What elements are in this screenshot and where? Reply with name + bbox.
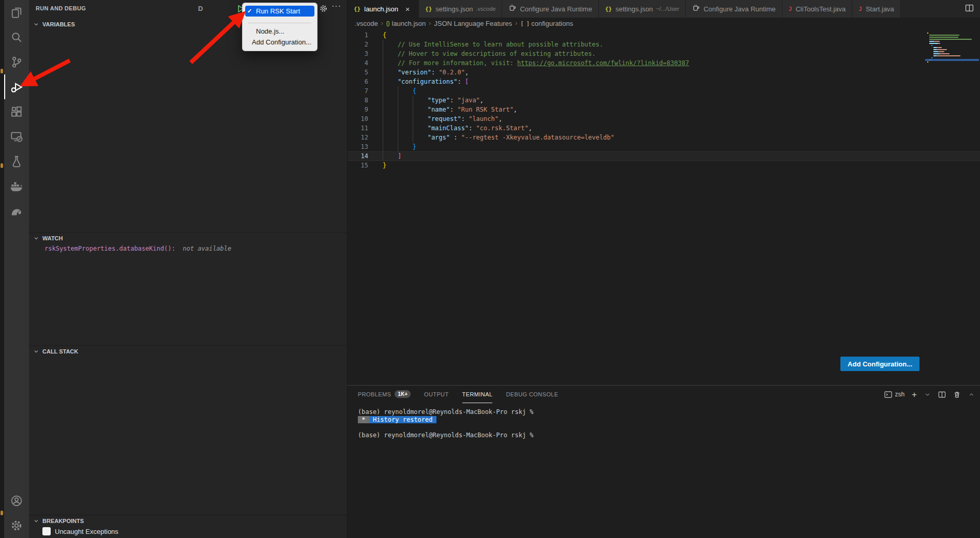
menu-item-node-js[interactable]: Node.js...: [245, 26, 314, 37]
terminal-output[interactable]: (base) reynoldmorel@Reynolds-MacBook-Pro…: [348, 403, 980, 538]
run-and-debug-icon[interactable]: [4, 74, 29, 99]
editor-tab[interactable]: {}settings.json~/.../User: [599, 0, 686, 18]
uncaught-exceptions-checkbox[interactable]: [42, 527, 51, 535]
panel-tab-problems[interactable]: PROBLEMS1K+: [358, 386, 411, 403]
call-stack-section-header[interactable]: CALL STACK: [29, 345, 347, 357]
views-more-actions-icon[interactable]: ···: [331, 2, 341, 11]
panel-tab-debug-console[interactable]: DEBUG CONSOLE: [506, 386, 558, 403]
testing-icon[interactable]: [4, 149, 29, 174]
breakpoint-label: Uncaught Exceptions: [55, 528, 118, 535]
section-label: CALL STACK: [42, 348, 78, 355]
code-line[interactable]: 10"request": "launch",: [348, 114, 980, 124]
editor-tab[interactable]: Configure Java Runtime: [502, 0, 598, 18]
editor-tab[interactable]: Configure Java Runtime: [686, 0, 782, 18]
minimap-token: [939, 43, 940, 44]
code-line[interactable]: 2// Use IntelliSense to learn about poss…: [348, 40, 980, 49]
shell-selector[interactable]: zsh: [884, 391, 904, 398]
editor-tab[interactable]: JStart.java: [852, 0, 901, 18]
breakpoints-section-header[interactable]: BREAKPOINTS: [29, 515, 347, 526]
menu-gap: [243, 17, 317, 21]
source-control-icon[interactable]: [4, 50, 29, 74]
debug-sidebar: RUN AND DEBUG D ··· VARIABLES WATCH rskS…: [29, 0, 348, 538]
code-token: "--regtest -Xkeyvalue.datasource=leveldb…: [461, 134, 614, 141]
split-editor-icon[interactable]: [965, 4, 974, 14]
code-line[interactable]: 12"args" : "--regtest -Xkeyvalue.datasou…: [348, 133, 980, 142]
tab-label: settings.json: [435, 5, 473, 13]
indent-guide: [398, 124, 413, 133]
code-line[interactable]: 1{: [348, 30, 980, 40]
code-line[interactable]: 4// For more information, visit: https:/…: [348, 58, 980, 68]
gradle-icon[interactable]: [4, 198, 29, 223]
add-configuration-button[interactable]: Add Configuration...: [840, 357, 919, 371]
minimap-token: [929, 35, 959, 36]
code-line[interactable]: 6"configurations": [: [348, 77, 980, 86]
indent-guide: [383, 68, 398, 77]
account-icon[interactable]: [4, 488, 29, 513]
code-line[interactable]: 3// Hover to view descriptions of existi…: [348, 49, 980, 58]
java-runtime-icon: [508, 4, 516, 13]
code-line[interactable]: 9"name": "Run RSK Start",: [348, 105, 980, 114]
code-token: :: [457, 78, 464, 85]
code-line[interactable]: 15}: [348, 161, 980, 170]
breadcrumb-item[interactable]: .vscode: [355, 20, 378, 27]
editor-tab[interactable]: JCliToolsTest.java: [782, 0, 852, 18]
code-text: }: [368, 161, 386, 170]
extensions-icon[interactable]: [4, 99, 29, 124]
code-text: }: [368, 142, 416, 151]
java-runtime-icon: [692, 4, 700, 13]
tab-label: Start.java: [866, 5, 894, 13]
panel-tab-terminal[interactable]: TERMINAL: [462, 386, 493, 403]
breadcrumb-item[interactable]: {}launch.json: [386, 20, 426, 27]
chevron-down-icon[interactable]: [924, 391, 931, 398]
docker-icon[interactable]: [4, 174, 29, 198]
code-token: "version": [398, 69, 431, 76]
close-icon[interactable]: ×: [403, 4, 412, 13]
maximize-panel-icon[interactable]: [968, 391, 975, 398]
code-line[interactable]: 11"mainClass": "co.rsk.Start",: [348, 124, 980, 133]
panel-tab-output[interactable]: OUTPUT: [424, 386, 449, 403]
code-line[interactable]: 8"type": "java",: [348, 96, 980, 105]
code-text: // For more information, visit: https://…: [368, 58, 689, 68]
code-token: :: [461, 115, 469, 122]
indent-guide: [413, 133, 428, 142]
search-icon[interactable]: [4, 25, 29, 50]
indent-guide: [383, 49, 398, 58]
code-line[interactable]: 5"version": "0.2.0",: [348, 68, 980, 77]
code-token: ,: [499, 115, 502, 122]
watch-section-header[interactable]: WATCH: [29, 232, 347, 243]
trash-icon[interactable]: [953, 391, 961, 398]
code-editor[interactable]: 1{2// Use IntelliSense to learn about po…: [348, 29, 980, 385]
code-text: // Use IntelliSense to learn about possi…: [368, 40, 603, 49]
breadcrumb-item[interactable]: [ ]configurations: [520, 20, 573, 27]
settings-gear-icon[interactable]: [4, 513, 29, 538]
code-line[interactable]: 13}: [348, 142, 980, 151]
problems-count-badge: 1K+: [395, 390, 411, 398]
code-link[interactable]: https://go.microsoft.com/fwlink/?linkid=…: [517, 59, 689, 67]
code-text: // Hover to view descriptions of existin…: [368, 49, 596, 58]
split-terminal-icon[interactable]: [938, 391, 946, 398]
menu-item-run-rsk-start[interactable]: ✓Run RSK Start: [245, 6, 314, 17]
code-token: "co.rsk.Start": [476, 125, 529, 132]
code-token: // For more information, visit:: [398, 59, 517, 67]
minimap-line: [927, 61, 977, 63]
code-text: "mainClass": "co.rsk.Start",: [368, 124, 532, 133]
watch-expression-row[interactable]: rskSystemProperties.databaseKind(): not …: [44, 245, 231, 252]
menu-item-add-configuration[interactable]: Add Configuration...: [245, 37, 314, 48]
toolbar-overflow-text: D: [198, 5, 203, 12]
code-line[interactable]: 14]: [348, 151, 980, 161]
breadcrumb-item[interactable]: JSON Language Features: [434, 20, 512, 27]
terminal-icon: [884, 391, 892, 398]
line-number: 2: [348, 40, 368, 49]
debug-settings-gear-icon[interactable]: [319, 4, 328, 15]
minimap-token: [933, 51, 938, 52]
editor-tab[interactable]: {}launch.json×: [348, 0, 419, 18]
editor-tab[interactable]: {}settings.json.vscode: [419, 0, 502, 18]
minimap[interactable]: [925, 31, 979, 64]
explorer-icon[interactable]: [4, 0, 29, 25]
new-terminal-icon[interactable]: +: [912, 390, 917, 399]
code-line[interactable]: 7{: [348, 86, 980, 96]
breadcrumb-label: launch.json: [392, 20, 426, 27]
chevron-down-icon: [32, 234, 40, 242]
remote-explorer-icon[interactable]: [4, 124, 29, 149]
terminal-line: * History restored: [358, 416, 980, 424]
